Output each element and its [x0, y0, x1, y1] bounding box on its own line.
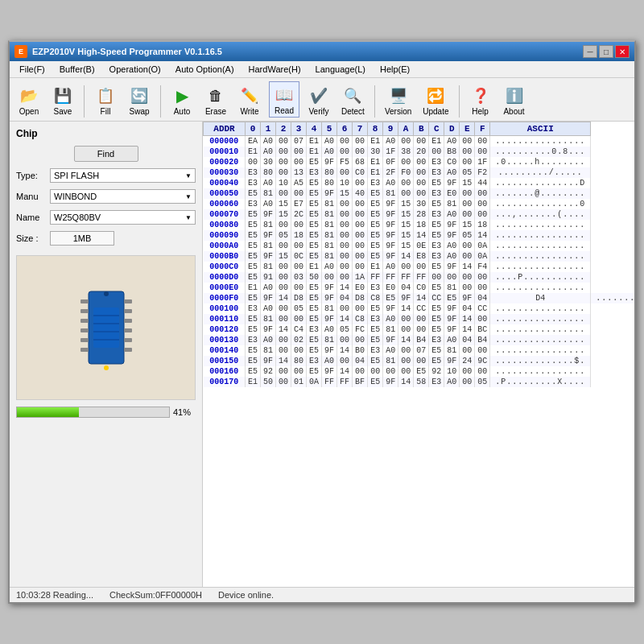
hex-byte[interactable]: A0	[383, 136, 398, 147]
hex-byte[interactable]: E1	[307, 136, 322, 147]
hex-byte[interactable]: 14	[398, 335, 414, 345]
hex-byte[interactable]: 15	[460, 178, 475, 188]
hex-byte[interactable]: 00	[460, 147, 475, 157]
hex-byte[interactable]: E5	[429, 178, 444, 188]
hex-byte[interactable]: 00	[337, 303, 353, 314]
hex-byte[interactable]: 00	[429, 147, 444, 157]
hex-byte[interactable]: 15	[276, 199, 291, 209]
hex-byte[interactable]: A0	[322, 147, 337, 157]
hex-byte[interactable]: 1A	[353, 272, 368, 283]
hex-byte[interactable]: 9F	[444, 314, 460, 324]
hex-byte[interactable]: 00	[291, 283, 307, 293]
hex-byte[interactable]: 00	[460, 366, 475, 377]
hex-byte[interactable]: 00	[337, 356, 353, 366]
hex-byte[interactable]: E5	[429, 220, 444, 230]
hex-byte[interactable]: 14	[337, 345, 353, 356]
hex-byte[interactable]: 04	[337, 293, 353, 303]
hex-byte[interactable]: E5	[307, 293, 322, 303]
hex-byte[interactable]: 00	[291, 188, 307, 199]
hex-byte[interactable]: E3	[246, 303, 261, 314]
help-button[interactable]: ❓ Help	[466, 83, 495, 118]
hex-byte[interactable]: 15	[398, 220, 414, 230]
hex-byte[interactable]: FF	[398, 272, 414, 283]
hex-byte[interactable]: 14	[398, 377, 414, 387]
hex-byte[interactable]: 9F	[383, 220, 398, 230]
hex-byte[interactable]: 02	[291, 335, 307, 345]
hex-byte[interactable]: 00	[475, 199, 490, 209]
hex-byte[interactable]: 81	[383, 356, 398, 366]
erase-button[interactable]: 🗑 Erase	[201, 83, 230, 118]
hex-byte[interactable]: 81	[383, 324, 398, 335]
hex-byte[interactable]: E5	[368, 324, 383, 335]
close-button[interactable]: ✕	[615, 45, 630, 58]
hex-byte[interactable]: 9F	[383, 199, 398, 209]
hex-byte[interactable]: F4	[475, 262, 490, 272]
hex-byte[interactable]: 00	[337, 241, 353, 251]
find-button[interactable]: Find	[74, 146, 138, 162]
hex-byte[interactable]: E1	[307, 147, 322, 157]
hex-byte[interactable]: E3	[368, 178, 383, 188]
hex-byte[interactable]: 04	[460, 335, 475, 345]
hex-byte[interactable]: 9F	[444, 220, 460, 230]
hex-byte[interactable]: 13	[291, 167, 307, 178]
hex-byte[interactable]: E5	[246, 209, 261, 220]
hex-byte[interactable]: 10	[444, 366, 460, 377]
hex-byte[interactable]: 00	[460, 241, 475, 251]
maximize-button[interactable]: □	[599, 45, 613, 58]
hex-byte[interactable]: E5	[307, 230, 322, 241]
hex-byte[interactable]: 14	[276, 356, 291, 366]
hex-byte[interactable]: 00	[353, 303, 368, 314]
hex-byte[interactable]: 14	[460, 262, 475, 272]
hex-byte[interactable]: E3	[246, 199, 261, 209]
hex-byte[interactable]: FF	[337, 377, 353, 387]
hex-byte[interactable]: 00	[353, 366, 368, 377]
hex-byte[interactable]: 14	[414, 293, 429, 303]
hex-byte[interactable]: 00	[322, 272, 337, 283]
hex-byte[interactable]: E5	[307, 303, 322, 314]
hex-byte[interactable]: 80	[322, 178, 337, 188]
hex-byte[interactable]: 9F	[261, 324, 276, 335]
hex-byte[interactable]: E5	[368, 241, 383, 251]
hex-byte[interactable]: 04	[475, 293, 490, 303]
hex-byte[interactable]: 00	[337, 199, 353, 209]
hex-byte[interactable]: 0E	[414, 241, 429, 251]
write-button[interactable]: ✏️ Write	[235, 83, 264, 118]
hex-byte[interactable]: E3	[429, 167, 444, 178]
hex-byte[interactable]: 00	[398, 136, 414, 147]
hex-byte[interactable]: E3	[429, 251, 444, 262]
hex-byte[interactable]: E5	[429, 199, 444, 209]
hex-byte[interactable]: C8	[368, 293, 383, 303]
hex-byte[interactable]: 00	[291, 220, 307, 230]
hex-byte[interactable]: 03	[291, 272, 307, 283]
hex-byte[interactable]: 00	[475, 314, 490, 324]
hex-byte[interactable]: E5	[429, 345, 444, 356]
hex-byte[interactable]: A0	[261, 147, 276, 157]
hex-byte[interactable]: 00	[291, 366, 307, 377]
hex-byte[interactable]: E5	[246, 366, 261, 377]
hex-byte[interactable]: E0	[383, 283, 398, 293]
minimize-button[interactable]: ─	[583, 45, 597, 58]
hex-byte[interactable]: 14	[337, 314, 353, 324]
menu-file[interactable]: File(F)	[13, 63, 52, 76]
menu-hardware[interactable]: HardWare(H)	[242, 63, 308, 76]
hex-byte[interactable]: 14	[276, 293, 291, 303]
hex-byte[interactable]: 50	[261, 377, 276, 387]
verify-button[interactable]: ✔️ Verify	[304, 83, 333, 118]
hex-byte[interactable]: E5	[307, 345, 322, 356]
hex-byte[interactable]: 91	[261, 272, 276, 283]
hex-byte[interactable]: 9F	[322, 157, 337, 167]
hex-byte[interactable]: 9F	[383, 209, 398, 220]
hex-byte[interactable]: E5	[368, 199, 383, 209]
hex-byte[interactable]: E3	[246, 335, 261, 345]
hex-byte[interactable]: 04	[353, 356, 368, 366]
hex-byte[interactable]: 00	[353, 335, 368, 345]
hex-byte[interactable]: E3	[368, 314, 383, 324]
hex-byte[interactable]: 00	[276, 167, 291, 178]
hex-byte[interactable]: E5	[368, 335, 383, 345]
menu-buffer[interactable]: Buffer(B)	[53, 63, 101, 76]
hex-byte[interactable]: 80	[322, 167, 337, 178]
hex-byte[interactable]: E3	[429, 157, 444, 167]
hex-byte[interactable]: E3	[429, 377, 444, 387]
version-button[interactable]: 🖥️ Version	[382, 83, 415, 118]
manu-dropdown[interactable]: WINBOND ▼	[50, 189, 196, 204]
